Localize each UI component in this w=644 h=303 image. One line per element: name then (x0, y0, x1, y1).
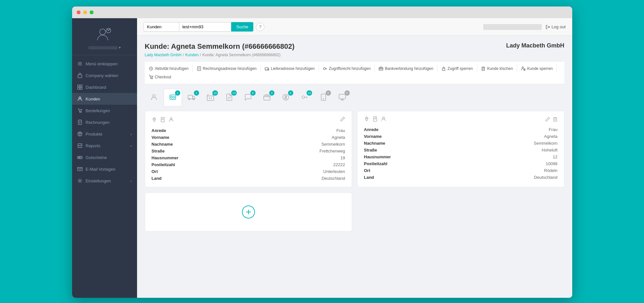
sidebar-item-label: Gutscheine (86, 155, 107, 160)
svg-rect-36 (482, 67, 485, 71)
chevron-down-icon: ▾ (119, 46, 121, 50)
user-block-icon (521, 66, 525, 71)
add-bank-button[interactable]: Bankverbindung hinzufügen (375, 64, 437, 73)
table-row: Postleitzahl 10098 (364, 160, 558, 167)
tab-delivery[interactable]: 1 (183, 89, 201, 106)
doc-icon (160, 117, 165, 122)
sidebar-item-gutscheine[interactable]: Gutscheine (72, 152, 137, 163)
svg-rect-50 (188, 95, 193, 99)
tab-wallet[interactable]: 3 (258, 89, 276, 106)
svg-point-33 (323, 68, 325, 70)
main-content: Kunden Bestellungen Rechnungen Suche ? (137, 18, 572, 298)
sidebar-item-label: Produkte (86, 132, 103, 137)
logo-icon (96, 26, 113, 43)
svg-point-42 (151, 78, 151, 79)
svg-point-66 (170, 118, 172, 120)
svg-point-43 (152, 78, 153, 79)
tab-devices-badge: 0 (326, 90, 331, 96)
tab-contact[interactable]: 2 (164, 89, 182, 106)
search-button[interactable]: Suche (231, 22, 254, 32)
logout-label: Log out (551, 24, 565, 29)
sidebar-item-email-vorlagen[interactable]: E-Mail Vorlagen (72, 163, 137, 175)
add-activity-button[interactable]: Aktivität hinzufügen (145, 64, 193, 73)
company-name: Lady Macbeth GmbH (506, 42, 564, 49)
svg-point-46 (171, 96, 173, 98)
svg-rect-60 (339, 94, 346, 99)
sidebar-user[interactable]: ▾ (88, 46, 121, 50)
card-1-edit[interactable] (340, 116, 345, 123)
plus-icon (245, 208, 252, 216)
minimize-button[interactable] (83, 10, 87, 14)
topbar: Kunden Bestellungen Rechnungen Suche ? (137, 18, 572, 36)
search-input[interactable] (179, 22, 231, 32)
add-delivery-address-button[interactable]: Lieferadresse hinzufügen (261, 64, 319, 73)
svg-point-57 (302, 96, 305, 99)
sidebar-item-label: Menü einklappen (86, 61, 118, 66)
svg-rect-58 (321, 94, 326, 100)
sidebar-item-label: Reports (86, 143, 101, 148)
card-1-icons (152, 117, 174, 122)
sidebar-item-bestellungen[interactable]: Bestellungen (72, 105, 137, 116)
maximize-button[interactable] (90, 10, 94, 14)
edit-icon-2[interactable] (545, 117, 550, 122)
sidebar-item-label: Einstellungen (86, 178, 111, 183)
table-row: Anrede Frau (364, 126, 558, 133)
user-info-bar (483, 24, 542, 30)
sidebar-item-label: Company wählen (86, 73, 118, 78)
tab-invoices[interactable]: 13 (220, 89, 238, 106)
cards-grid: Anrede Frau Vorname Agneta Nachname Semm… (145, 111, 564, 231)
help-button[interactable]: ? (256, 23, 264, 31)
content-area: Kunde: Agneta Semmelkorn (#66666666802) … (137, 36, 572, 298)
chevron-right-icon: › (130, 143, 132, 148)
sidebar-item-kunden[interactable]: Kunden (72, 93, 137, 105)
breadcrumb-kunden[interactable]: Kunden (185, 53, 198, 57)
sidebar-item-produkte[interactable]: Produkte › (72, 128, 137, 140)
tab-refunds[interactable]: 6 (277, 89, 295, 106)
sidebar-item-einstellungen[interactable]: Einstellungen › (72, 175, 137, 187)
breadcrumb-company[interactable]: Lady Macbeth GmbH (145, 53, 182, 57)
sidebar-item-company[interactable]: Company wählen (72, 70, 137, 81)
delete-customer-button[interactable]: Kunde löschen (477, 64, 517, 73)
tab-profile[interactable] (145, 89, 163, 106)
svg-point-67 (366, 118, 367, 119)
tab-keys[interactable]: 24 (296, 89, 314, 106)
add-invoice-address-button[interactable]: Rechnungsadresse hinzufügen (193, 64, 261, 73)
search-bar: Kunden Bestellungen Rechnungen Suche (144, 22, 254, 32)
sidebar-item-collapse[interactable]: Menü einklappen (72, 58, 137, 70)
svg-point-19 (78, 157, 79, 158)
add-access-right-button[interactable]: Zugriffsrecht hinzufügen (319, 64, 375, 73)
tab-screens[interactable]: 0 (333, 89, 351, 106)
table-row: Ort Unterleuten (152, 168, 345, 175)
tab-messages[interactable]: 6 (239, 89, 257, 106)
doc-icon (197, 66, 201, 71)
address-card-2: Anrede Frau Vorname Agneta Nachname Semm… (357, 111, 564, 187)
svg-point-10 (79, 97, 81, 99)
close-button[interactable] (77, 10, 81, 14)
svg-rect-9 (80, 87, 82, 89)
svg-rect-5 (78, 75, 82, 78)
block-customer-button[interactable]: Kunde sperren (517, 64, 557, 73)
tab-devices[interactable]: 0 (314, 89, 333, 106)
checkout-button[interactable]: Checkout (145, 73, 175, 81)
search-category-select[interactable]: Kunden Bestellungen Rechnungen (144, 22, 179, 32)
tab-contact-badge: 2 (175, 90, 180, 96)
table-row: Anrede Frau (152, 127, 345, 134)
add-address-card[interactable] (145, 192, 352, 231)
tab-delivery-badge: 1 (194, 90, 199, 96)
logout-button[interactable]: Log out (546, 24, 565, 29)
delete-icon[interactable] (553, 117, 558, 122)
tab-orders[interactable]: 16 (201, 89, 220, 106)
svg-rect-27 (197, 67, 201, 71)
table-row: Vorname Agneta (152, 134, 345, 141)
sidebar-item-rechnungen[interactable]: Rechnungen (72, 116, 137, 128)
sidebar-item-reports[interactable]: Reports › (72, 140, 137, 152)
tab-messages-badge: 6 (250, 90, 256, 96)
svg-point-51 (189, 99, 190, 100)
app-window: ▾ Menü einklappen (72, 7, 572, 298)
bank-icon (379, 66, 383, 71)
location-icon-2 (364, 116, 369, 122)
user-card-icon-2 (381, 116, 386, 122)
sidebar-item-dashboard[interactable]: Dashboard (72, 81, 137, 93)
lock-access-button[interactable]: Zugriff sperren (437, 64, 477, 73)
sidebar-item-label: Dashboard (86, 85, 107, 90)
